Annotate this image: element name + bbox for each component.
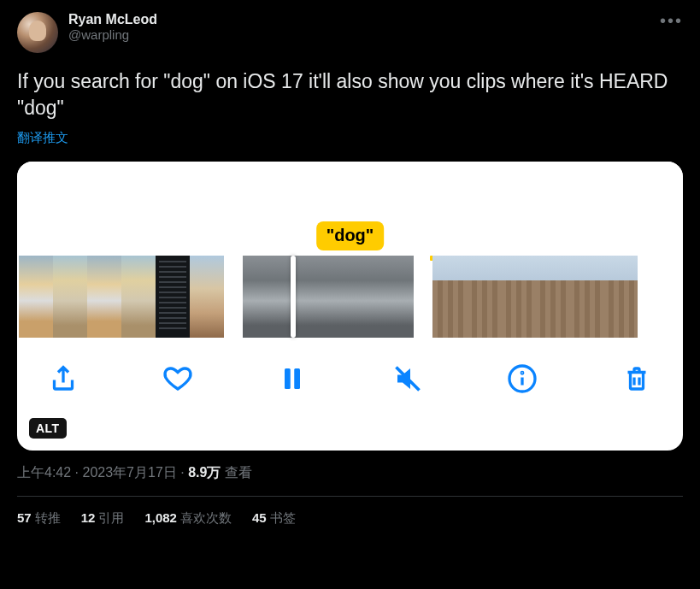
author-block[interactable]: Ryan McLeod @warpling [68,12,157,42]
clip-group-2[interactable] [243,256,414,338]
mute-button[interactable] [391,362,425,396]
svg-point-5 [521,373,523,374]
view-count: 8.9万 [188,465,221,480]
clip-group-3[interactable] [432,256,638,338]
share-icon [48,363,79,394]
mute-icon [392,363,423,394]
display-name: Ryan McLeod [68,12,157,27]
engagement-stats: 57转推 12引用 1,082喜欢次数 45书签 [17,497,683,527]
quotes-stat[interactable]: 12引用 [81,510,125,527]
clip-group-1[interactable] [19,256,224,338]
tweet-metadata[interactable]: 上午4:42 · 2023年7月17日 · 8.9万 查看 [17,464,683,482]
thumbnail [53,256,87,338]
info-icon [507,363,538,394]
view-label: 查看 [221,465,251,480]
share-button[interactable] [46,362,80,396]
thumbnail [87,256,121,338]
svg-rect-0 [285,368,291,389]
thumbnail [467,256,501,338]
search-term-badge: "dog" [316,221,385,250]
pause-icon [277,363,308,394]
playhead[interactable] [291,256,296,338]
more-options-button[interactable]: ••• [660,12,683,29]
thumbnail [190,256,224,338]
thumbnail [379,256,414,338]
trash-icon [621,363,652,394]
info-button[interactable] [505,362,539,396]
translate-link[interactable]: 翻译推文 [17,130,683,146]
thumbnail [156,256,190,338]
tweet-container: Ryan McLeod @warpling ••• If you search … [0,0,700,527]
heart-icon [162,363,193,394]
media-top-area: "dog" [17,162,683,256]
thumbnail [501,256,535,338]
thumbnail [569,256,603,338]
tweet-time: 上午4:42 [17,465,71,480]
video-timeline[interactable] [17,256,683,338]
avatar[interactable] [17,12,58,53]
media-toolbar [17,338,683,420]
thumbnail [345,256,379,338]
thumbnail [243,256,277,338]
thumbnail [121,256,156,338]
thumbnail [535,256,569,338]
bookmarks-stat[interactable]: 45书签 [252,510,296,527]
likes-stat[interactable]: 1,082喜欢次数 [144,510,232,527]
tweet-header: Ryan McLeod @warpling ••• [17,12,683,53]
tweet-date: 2023年7月17日 [82,465,176,480]
retweets-stat[interactable]: 57转推 [17,510,61,527]
thumbnail [432,256,467,338]
alt-badge[interactable]: ALT [29,418,67,439]
tweet-text: If you search for "dog" on iOS 17 it'll … [17,68,683,121]
svg-rect-1 [295,368,301,389]
attached-media[interactable]: "dog" [17,162,683,451]
delete-button[interactable] [620,362,654,396]
thumbnail [311,256,345,338]
thumbnail [19,256,53,338]
like-button[interactable] [161,362,195,396]
thumbnail [603,256,638,338]
pause-button[interactable] [275,362,309,396]
handle: @warpling [68,27,157,42]
